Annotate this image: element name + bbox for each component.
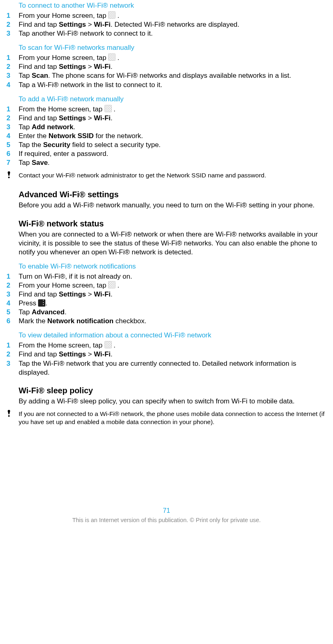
app-grid-icon — [108, 11, 115, 19]
note-text: If you are not connected to a Wi-Fi® net… — [19, 410, 327, 426]
list-item: Tap a Wi-Fi® network in the list to conn… — [6, 81, 327, 90]
list-item: Enter the Network SSID for the network. — [6, 132, 327, 141]
list-item: If required, enter a password. — [6, 149, 327, 158]
menu-icon — [38, 299, 45, 307]
note-sleep-policy: If you are not connected to a Wi-Fi® net… — [6, 410, 327, 426]
note-text: Contact your Wi-Fi® network administrato… — [19, 171, 327, 179]
list-item: Tap the Security field to select a secur… — [6, 141, 327, 149]
heading-advanced-settings: Advanced Wi-Fi® settings — [19, 190, 327, 199]
page-content: To connect to another Wi-Fi® network Fro… — [0, 2, 333, 523]
body-sleep-policy: By adding a Wi-Fi® sleep policy, you can… — [19, 397, 327, 406]
list-item: From your Home screen, tap . — [6, 281, 327, 290]
app-grid-icon — [108, 281, 115, 288]
app-grid-icon — [108, 53, 115, 61]
section-title-enable-notifications: To enable Wi-Fi® network notifications — [19, 262, 327, 271]
list-item: Find and tap Settings > Wi-Fi. Detected … — [6, 20, 327, 29]
body-network-status: When you are connected to a Wi-Fi® netwo… — [19, 230, 327, 257]
list-item: Tap Advanced. — [6, 308, 327, 317]
svg-point-0 — [8, 177, 10, 178]
steps-view-detailed: From the Home screen, tap . Find and tap… — [6, 341, 327, 377]
steps-enable-notifications: Turn on Wi-Fi®, if it is not already on.… — [6, 272, 327, 326]
list-item: From the Home screen, tap . — [6, 341, 327, 350]
list-item: Press . — [6, 299, 327, 308]
list-item: Find and tap Settings > Wi-Fi. — [6, 114, 327, 123]
list-item: Tap another Wi-Fi® network to connect to… — [6, 29, 327, 38]
page-number: 71 — [6, 507, 327, 514]
list-item: From the Home screen, tap . — [6, 105, 327, 114]
list-item: Tap Save. — [6, 158, 327, 167]
svg-point-1 — [8, 415, 10, 417]
list-item: Tap Scan. The phone scans for Wi-Fi® net… — [6, 71, 327, 80]
steps-add-manually: From the Home screen, tap . Find and tap… — [6, 105, 327, 168]
app-grid-icon — [105, 105, 112, 112]
section-title-add-manually: To add a Wi-Fi® network manually — [19, 95, 327, 103]
list-item: Find and tap Settings > Wi-Fi. — [6, 290, 327, 299]
section-title-scan-manually: To scan for Wi-Fi® networks manually — [19, 44, 327, 52]
body-advanced-settings: Before you add a Wi-Fi® network manually… — [19, 201, 327, 210]
list-item: From your Home screen, tap . — [6, 11, 327, 20]
heading-network-status: Wi-Fi® network status — [19, 219, 327, 228]
copyright-line: This is an Internet version of this publ… — [6, 517, 327, 523]
exclamation-icon — [6, 171, 19, 179]
section-title-view-detailed: To view detailed information about a con… — [19, 331, 327, 339]
list-item: Find and tap Settings > Wi-Fi. — [6, 350, 327, 359]
app-grid-icon — [105, 341, 112, 348]
exclamation-icon — [6, 410, 19, 417]
section-title-connect-another: To connect to another Wi-Fi® network — [19, 2, 327, 10]
steps-connect-another: From your Home screen, tap . Find and ta… — [6, 11, 327, 38]
heading-sleep-policy: Wi-Fi® sleep policy — [19, 386, 327, 395]
list-item: From your Home screen, tap . — [6, 53, 327, 62]
list-item: Mark the Network notification checkbox. — [6, 317, 327, 326]
list-item: Turn on Wi-Fi®, if it is not already on. — [6, 272, 327, 281]
steps-scan-manually: From your Home screen, tap . Find and ta… — [6, 53, 327, 89]
list-item: Tap Add network. — [6, 123, 327, 132]
note-ssid-admin: Contact your Wi-Fi® network administrato… — [6, 171, 327, 179]
list-item: Tap the Wi-Fi® network that you are curr… — [6, 359, 327, 377]
list-item: Find and tap Settings > Wi-Fi. — [6, 62, 327, 71]
